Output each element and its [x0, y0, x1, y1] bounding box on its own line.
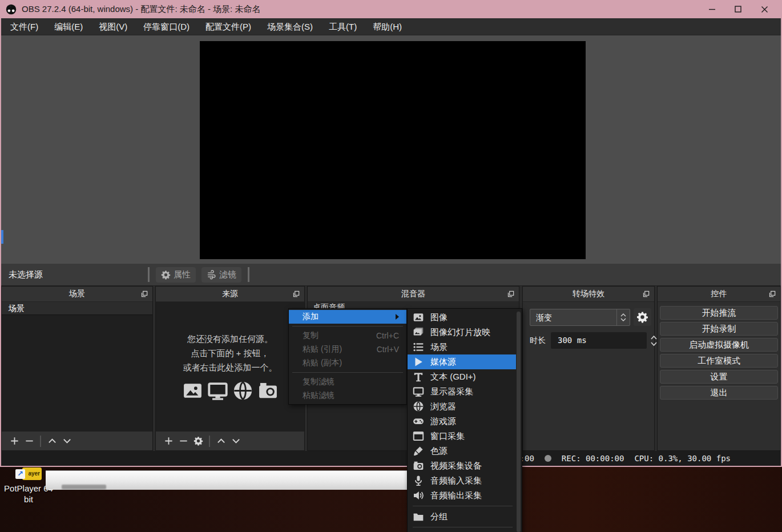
menubar-item-scene-collection[interactable]: 场景集合(S) [259, 18, 321, 35]
add-image-menu-item[interactable]: 图像 [408, 310, 516, 325]
chevron-up-icon [47, 436, 57, 446]
dock-icon [140, 290, 148, 298]
minus-icon [25, 436, 34, 446]
menubar-item-tools[interactable]: 工具(T) [321, 18, 365, 35]
start-streaming-button[interactable]: 开始推流 [660, 306, 778, 320]
copy-filters-menu-item: 复制滤镜 [289, 375, 406, 389]
submenu-arrow-icon [396, 314, 399, 320]
scenes-panel: 场景 场景 [1, 286, 153, 451]
dock-icon [507, 290, 515, 298]
close-button[interactable] [751, 0, 777, 18]
dock-icon [292, 290, 300, 298]
color-icon [413, 445, 424, 457]
add-game-capture-menu-item[interactable]: 游戏源 [408, 414, 516, 429]
transitions-panel-title: 转场特效 [573, 289, 604, 299]
studio-mode-button[interactable]: 工作室模式 [660, 354, 778, 368]
menubar-item-edit[interactable]: 编辑(E) [46, 18, 91, 35]
camera-icon [413, 460, 424, 471]
preview-canvas[interactable] [200, 41, 586, 259]
sources-panel: 来源 您还没有添加任何源。点击下面的 + 按钮，或者右击此处添加一个。 [155, 286, 305, 451]
mixer-panel-header[interactable]: 混音器 [308, 287, 519, 302]
add-scene-menu-item[interactable]: 场景 [408, 340, 516, 354]
minimize-button[interactable] [699, 0, 725, 18]
add-window-capture-menu-item[interactable]: 窗口采集 [408, 429, 516, 444]
menubar-item-docks[interactable]: 停靠窗口(D) [135, 18, 197, 35]
cpu-fps-status: CPU: 0.3%, 30.00 fps [634, 454, 731, 463]
controls-panel: 控件 开始推流开始录制启动虚拟摄像机工作室模式设置退出 [657, 286, 781, 451]
sources-empty-text: 或者右击此处添加一个。 [183, 360, 277, 374]
add-group-menu-item[interactable]: 分组 [408, 509, 516, 524]
transition-properties-button[interactable] [634, 308, 651, 326]
add-display-capture-menu-item[interactable]: 显示器采集 [408, 384, 516, 399]
controls-panel-header[interactable]: 控件 [658, 287, 780, 302]
move-source-down-button[interactable] [228, 434, 243, 449]
start-recording-button[interactable]: 开始录制 [660, 322, 778, 336]
menubar-item-profile[interactable]: 配置文件(P) [197, 18, 259, 35]
remove-source-button[interactable] [176, 434, 191, 449]
transition-select-spinner[interactable] [616, 309, 630, 325]
settings-button[interactable]: 设置 [660, 370, 778, 384]
paste-filters-menu-item: 粘贴滤镜 [289, 389, 406, 402]
duration-label: 时长 [530, 336, 546, 346]
duration-spinbox[interactable]: 300 ms [551, 332, 647, 349]
image-icon [182, 380, 203, 401]
menu-item-label: 分组 [430, 511, 448, 522]
no-source-selected-label: 未选择源 [9, 269, 144, 280]
group-icon [413, 511, 424, 522]
add-audio-input-capture-menu-item[interactable]: 音频输入采集 [408, 473, 516, 488]
add-media-source-menu-item[interactable]: 媒体源 [408, 354, 516, 369]
submenu-scrollbar-thumb[interactable] [517, 312, 521, 532]
add-menu-item[interactable]: 添加 [289, 310, 406, 324]
chevron-up-icon [216, 436, 226, 446]
titlebar[interactable]: OBS 27.2.4 (64-bit, windows) - 配置文件: 未命名… [0, 0, 782, 18]
text-icon [413, 371, 424, 382]
move-scene-up-button[interactable] [45, 434, 59, 449]
add-audio-output-capture-menu-item[interactable]: 音频输出采集 [408, 488, 516, 503]
source-properties-button[interactable] [191, 434, 205, 449]
menubar-item-view[interactable]: 视图(V) [91, 18, 135, 35]
transitions-panel-header[interactable]: 转场特效 [523, 287, 654, 302]
submenu-scrollbar[interactable] [517, 311, 521, 532]
filters-icon [207, 270, 216, 280]
add-color-source-menu-item[interactable]: 色源 [408, 444, 516, 458]
move-source-up-button[interactable] [213, 434, 228, 449]
recording-indicator-icon [545, 455, 551, 462]
transition-select[interactable]: 渐变 [530, 309, 630, 326]
menu-item-label: 音频输入采集 [430, 475, 482, 486]
menu-item-label: 图像幻灯片放映 [430, 327, 490, 338]
add-scene-button[interactable] [7, 434, 22, 449]
menu-separator [413, 506, 513, 506]
maximize-button[interactable] [725, 0, 751, 18]
filters-button[interactable]: 滤镜 [201, 267, 241, 283]
remove-scene-button[interactable] [22, 434, 37, 449]
start-virtual-camera-button[interactable]: 启动虚拟摄像机 [660, 338, 778, 352]
shortcut-arrow-icon: ↗ [15, 469, 25, 479]
display-icon [207, 380, 228, 401]
image-icon [413, 312, 424, 323]
menubar-item-file[interactable]: 文件(F) [2, 18, 46, 35]
add-video-capture-device-menu-item[interactable]: 视频采集设备 [408, 458, 516, 473]
menubar-item-help[interactable]: 帮助(H) [365, 18, 410, 35]
add-source-button[interactable] [161, 434, 176, 449]
copy-menu-item: 复制Ctrl+C [289, 329, 406, 342]
scene-list-item[interactable]: 场景 [2, 302, 152, 315]
add-browser-menu-item[interactable]: 浏览器 [408, 399, 516, 414]
browser-icon [413, 401, 424, 412]
gear-icon [636, 311, 648, 323]
sources-empty-text: 点击下面的 + 按钮， [183, 346, 277, 360]
move-scene-down-button[interactable] [59, 434, 74, 449]
minus-icon [179, 436, 188, 446]
window-icon [413, 430, 424, 442]
sources-empty-state[interactable]: 您还没有添加任何源。点击下面的 + 按钮，或者右击此处添加一个。 [156, 302, 304, 431]
exit-button[interactable]: 退出 [660, 386, 778, 400]
properties-button[interactable]: 属性 [156, 267, 196, 283]
scene-list-icon [413, 341, 424, 353]
sources-panel-header[interactable]: 来源 [156, 287, 304, 302]
scenes-panel-header[interactable]: 场景 [2, 287, 152, 302]
add-text-gdi-menu-item[interactable]: 文本 (GDI+) [408, 369, 516, 384]
controls-panel-title: 控件 [711, 289, 727, 299]
add-image-slideshow-menu-item[interactable]: 图像幻灯片放映 [408, 325, 516, 340]
scenes-list: 场景 [2, 302, 152, 315]
mic-icon [413, 475, 424, 486]
transition-selected-value: 渐变 [530, 309, 616, 325]
